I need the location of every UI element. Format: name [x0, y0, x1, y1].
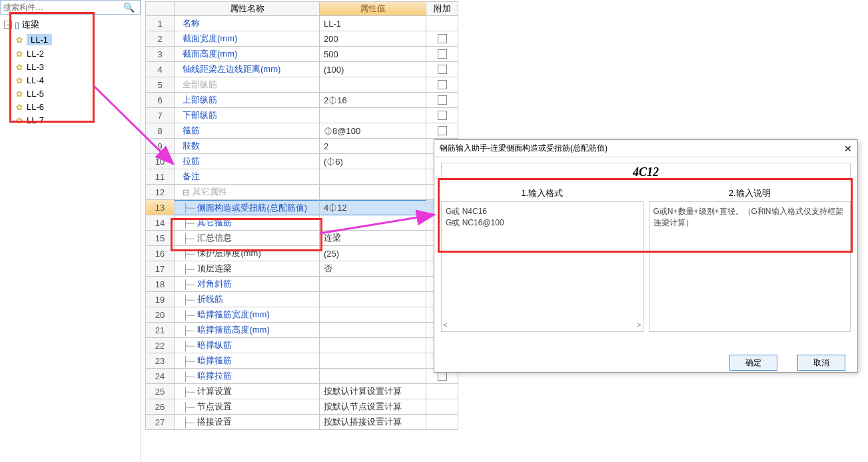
property-name[interactable]: ├─节点设置: [175, 399, 320, 415]
ok-button[interactable]: 确定: [729, 355, 777, 371]
table-row[interactable]: 12⊟其它属性: [145, 185, 458, 200]
property-value[interactable]: [320, 108, 426, 123]
property-value[interactable]: 2⏀16: [320, 93, 426, 108]
scroll-right-icon[interactable]: >: [637, 321, 641, 330]
property-value[interactable]: 按默认搭接设置计算: [320, 415, 426, 430]
table-row[interactable]: 22├─暗撑纵筋: [145, 338, 458, 353]
property-value[interactable]: [320, 277, 426, 292]
format-list[interactable]: G或 N4C16 G或 NC16@100 <>: [441, 201, 644, 332]
property-value[interactable]: [320, 338, 426, 353]
property-value[interactable]: [320, 185, 426, 200]
checkbox[interactable]: [438, 111, 447, 120]
property-value[interactable]: 2: [320, 139, 426, 154]
table-row[interactable]: 2截面宽度(mm)200: [145, 31, 458, 47]
property-name[interactable]: ├─搭接设置: [175, 415, 320, 430]
property-name[interactable]: 上部纵筋: [175, 93, 320, 108]
table-row[interactable]: 25├─计算设置按默认计算设置计算: [145, 384, 458, 399]
checkbox[interactable]: [438, 95, 447, 105]
search-icon[interactable]: 🔍: [121, 2, 137, 13]
table-row[interactable]: 20├─暗撑箍筋宽度(mm): [145, 307, 458, 323]
cancel-button[interactable]: 取消: [797, 355, 845, 371]
table-row[interactable]: 24├─暗撑拉筋: [145, 369, 458, 384]
property-name[interactable]: 截面宽度(mm): [175, 31, 320, 47]
table-row[interactable]: 16├─保护层厚度(mm)(25): [145, 246, 458, 261]
property-value[interactable]: 按默认计算设置计算: [320, 384, 426, 399]
property-value[interactable]: 4⏀12: [320, 200, 426, 215]
property-name[interactable]: ├─其它箍筋: [175, 215, 320, 231]
table-row[interactable]: 9肢数2: [145, 139, 458, 154]
property-value[interactable]: (⏀6): [320, 154, 426, 169]
table-row[interactable]: 11备注: [145, 169, 458, 185]
property-value[interactable]: [320, 323, 426, 338]
tree-item[interactable]: ✿LL-6: [16, 101, 141, 113]
tree-item[interactable]: ✿LL-1: [16, 33, 141, 47]
checkbox[interactable]: [438, 49, 447, 59]
property-name[interactable]: ⊟其它属性: [175, 185, 320, 200]
table-row[interactable]: 4轴线距梁左边线距离(mm)(100): [145, 62, 458, 77]
property-value[interactable]: 按默认节点设置计算: [320, 399, 426, 415]
property-name[interactable]: ├─侧面构造或受扭筋(总配筋值): [175, 200, 320, 215]
table-row[interactable]: 8箍筋⏀8@100: [145, 123, 458, 139]
property-name[interactable]: 全部纵筋: [175, 77, 320, 93]
property-name[interactable]: ├─暗撑拉筋: [175, 369, 320, 384]
property-value[interactable]: LL-1: [320, 16, 426, 31]
table-row[interactable]: 27├─搭接设置按默认搭接设置计算: [145, 415, 458, 430]
property-value[interactable]: 否: [320, 261, 426, 277]
header-value[interactable]: 属性值: [320, 1, 426, 16]
property-value[interactable]: [320, 353, 426, 369]
tree-root[interactable]: − ▯ 连梁: [4, 17, 141, 32]
property-name[interactable]: 轴线距梁左边线距离(mm): [175, 62, 320, 77]
tree-item[interactable]: ✿LL-7: [16, 114, 141, 127]
table-row[interactable]: 3截面高度(mm)500: [145, 47, 458, 62]
table-row[interactable]: 13├─侧面构造或受扭筋(总配筋值)4⏀12: [145, 200, 458, 215]
property-name[interactable]: ├─暗撑箍筋高度(mm): [175, 323, 320, 338]
tree-item[interactable]: ✿LL-3: [16, 61, 141, 73]
table-row[interactable]: 17├─顶层连梁否: [145, 261, 458, 277]
property-name[interactable]: ├─汇总信息: [175, 231, 320, 246]
table-row[interactable]: 18├─对角斜筋: [145, 277, 458, 292]
property-name[interactable]: ├─计算设置: [175, 384, 320, 399]
property-value[interactable]: 连梁: [320, 231, 426, 246]
scroll-left-icon[interactable]: <: [443, 321, 447, 330]
property-value[interactable]: (25): [320, 246, 426, 261]
property-name[interactable]: 拉筋: [175, 154, 320, 169]
checkbox[interactable]: [438, 80, 447, 89]
checkbox[interactable]: [438, 126, 447, 135]
property-name[interactable]: ├─折线筋: [175, 292, 320, 307]
table-row[interactable]: 15├─汇总信息连梁: [145, 231, 458, 246]
property-name[interactable]: 箍筋: [175, 123, 320, 139]
checkbox[interactable]: [438, 65, 447, 74]
property-name[interactable]: ├─对角斜筋: [175, 277, 320, 292]
property-name[interactable]: ├─保护层厚度(mm): [175, 246, 320, 261]
property-value[interactable]: 500: [320, 47, 426, 62]
search-input[interactable]: [3, 3, 121, 12]
checkbox[interactable]: [438, 34, 447, 43]
property-value[interactable]: [320, 369, 426, 384]
table-row[interactable]: 10拉筋(⏀6): [145, 154, 458, 169]
property-value[interactable]: [320, 169, 426, 185]
property-value[interactable]: ⏀8@100: [320, 123, 426, 139]
table-row[interactable]: 1名称LL-1: [145, 16, 458, 31]
tree-item[interactable]: ✿LL-2: [16, 47, 141, 60]
table-row[interactable]: 7下部纵筋: [145, 108, 458, 123]
property-value[interactable]: 200: [320, 31, 426, 47]
property-name[interactable]: ├─暗撑纵筋: [175, 338, 320, 353]
property-value[interactable]: [320, 307, 426, 323]
table-row[interactable]: 26├─节点设置按默认节点设置计算: [145, 399, 458, 415]
property-name[interactable]: ├─暗撑箍筋宽度(mm): [175, 307, 320, 323]
table-row[interactable]: 21├─暗撑箍筋高度(mm): [145, 323, 458, 338]
property-name[interactable]: ├─暗撑箍筋: [175, 353, 320, 369]
property-name[interactable]: ├─顶层连梁: [175, 261, 320, 277]
property-name[interactable]: 下部纵筋: [175, 108, 320, 123]
table-row[interactable]: 5全部纵筋: [145, 77, 458, 93]
property-name[interactable]: 截面高度(mm): [175, 47, 320, 62]
table-row[interactable]: 6上部纵筋2⏀16: [145, 93, 458, 108]
property-value[interactable]: [320, 215, 426, 231]
collapse-icon[interactable]: −: [4, 21, 12, 29]
property-value[interactable]: (100): [320, 62, 426, 77]
property-name[interactable]: 肢数: [175, 139, 320, 154]
collapse-icon[interactable]: ⊟: [183, 187, 190, 197]
close-icon[interactable]: ✕: [844, 143, 852, 154]
property-value[interactable]: [320, 292, 426, 307]
property-name[interactable]: 备注: [175, 169, 320, 185]
